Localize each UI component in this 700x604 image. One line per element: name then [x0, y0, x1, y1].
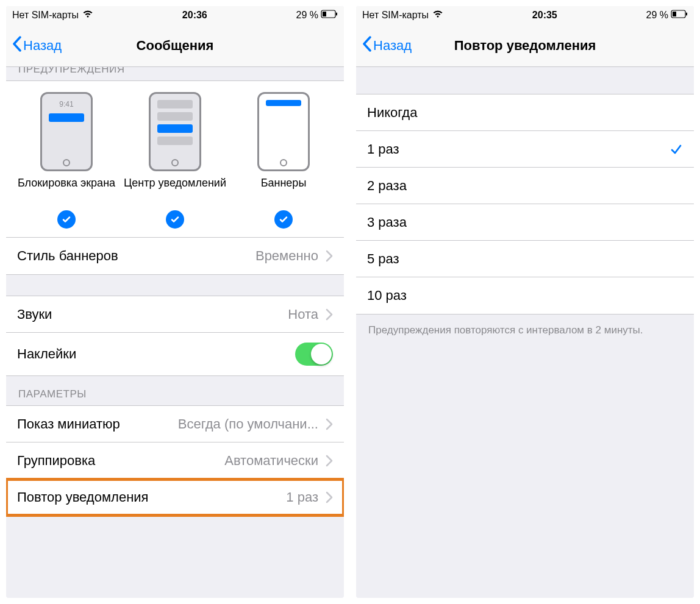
repeat-option[interactable]: 2 раза [356, 168, 694, 204]
alert-style-picker: 9:41 Блокировка экрана Центр уведомлений [6, 80, 344, 238]
repeat-option-label: Никогда [367, 105, 677, 121]
page-title: Сообщения [137, 38, 214, 54]
wifi-icon [432, 10, 443, 21]
svg-rect-5 [686, 13, 687, 16]
row-grouping[interactable]: Группировка Автоматически [6, 442, 344, 479]
wifi-icon [82, 10, 93, 21]
status-time: 20:36 [182, 10, 207, 21]
status-bar: Нет SIM-карты 20:35 29 % [356, 6, 694, 24]
repeat-option[interactable]: 3 раза [356, 204, 694, 241]
alert-lockscreen[interactable]: 9:41 Блокировка экрана [15, 92, 118, 229]
repeat-option[interactable]: Никогда [356, 94, 694, 131]
battery-text: 29 % [646, 10, 668, 21]
alert-center[interactable]: Центр уведомлений [123, 92, 227, 229]
repeat-value: 1 раз [154, 489, 318, 505]
chevron-right-icon [326, 308, 333, 321]
check-icon [670, 143, 683, 156]
row-repeat-alerts[interactable]: Повтор уведомления 1 раз [6, 479, 344, 516]
page-title: Повтор уведомления [454, 38, 596, 54]
chevron-right-icon [326, 491, 333, 503]
nav-bar: Назад Повтор уведомления [356, 24, 694, 67]
grouping-label: Группировка [17, 453, 95, 469]
battery-icon [671, 10, 688, 21]
repeat-option-label: 10 раз [367, 288, 677, 304]
chevron-right-icon [326, 455, 333, 467]
repeat-option-label: 5 раз [367, 251, 677, 267]
carrier-text: Нет SIM-карты [12, 10, 79, 21]
check-icon [274, 210, 293, 229]
check-icon [57, 210, 76, 229]
carrier-text: Нет SIM-карты [362, 10, 429, 21]
grouping-value: Автоматически [101, 453, 318, 469]
sounds-label: Звуки [17, 307, 52, 322]
section-header-params: ПАРАМЕТРЫ [6, 376, 344, 405]
repeat-option-label: 1 раз [367, 141, 663, 157]
repeat-option[interactable]: 1 раз [356, 131, 694, 168]
alert-banners-label: Баннеры [261, 176, 307, 205]
phone-mock-icon: 9:41 [40, 92, 93, 171]
nav-bar: Назад Сообщения [6, 24, 344, 67]
footer-note: Предупреждения повторяются с интервалом … [356, 314, 694, 346]
stickers-label: Наклейки [17, 346, 76, 362]
status-bar: Нет SIM-карты 20:36 29 % [6, 6, 344, 24]
chevron-right-icon [326, 418, 333, 430]
chevron-left-icon [362, 36, 372, 55]
svg-rect-4 [673, 12, 676, 16]
phone-right: Нет SIM-карты 20:35 29 % Назад Повтор ув… [356, 6, 694, 598]
svg-rect-2 [336, 13, 337, 16]
row-banner-style[interactable]: Стиль баннеров Временно [6, 238, 344, 274]
banner-style-label: Стиль баннеров [17, 248, 118, 264]
repeat-option[interactable]: 5 раз [356, 241, 694, 277]
sounds-value: Нота [58, 307, 318, 322]
back-button[interactable]: Назад [362, 36, 412, 55]
svg-rect-1 [323, 12, 326, 16]
repeat-option-label: 2 раза [367, 178, 677, 194]
check-icon [166, 210, 184, 229]
repeat-option-label: 3 раза [367, 215, 677, 230]
back-label: Назад [23, 38, 62, 54]
stickers-toggle[interactable] [295, 343, 333, 366]
row-stickers[interactable]: Наклейки [6, 333, 344, 375]
alert-banners[interactable]: Баннеры [232, 92, 335, 229]
status-time: 20:35 [532, 10, 557, 21]
chevron-left-icon [12, 36, 22, 55]
banner-style-value: Временно [124, 248, 318, 264]
repeat-options-list: Никогда1 раз2 раза3 раза5 раз10 раз [356, 94, 694, 314]
battery-icon [321, 10, 338, 21]
repeat-option[interactable]: 10 раз [356, 277, 694, 314]
repeat-label: Повтор уведомления [17, 489, 148, 505]
chevron-right-icon [326, 250, 333, 262]
row-thumbnails[interactable]: Показ миниатюр Всегда (по умолчани... [6, 406, 344, 442]
alert-lockscreen-label: Блокировка экрана [18, 176, 115, 205]
back-button[interactable]: Назад [12, 36, 62, 55]
thumbnails-label: Показ миниатюр [17, 416, 120, 432]
back-label: Назад [373, 38, 412, 54]
alert-center-label: Центр уведомлений [124, 176, 226, 205]
row-sounds[interactable]: Звуки Нота [6, 296, 344, 333]
phone-left: Нет SIM-карты 20:36 29 % Назад Сообщения… [6, 6, 344, 598]
phone-mock-icon [257, 92, 310, 171]
thumbnails-value: Всегда (по умолчани... [126, 416, 318, 432]
phone-mock-icon [149, 92, 201, 171]
battery-text: 29 % [296, 10, 318, 21]
